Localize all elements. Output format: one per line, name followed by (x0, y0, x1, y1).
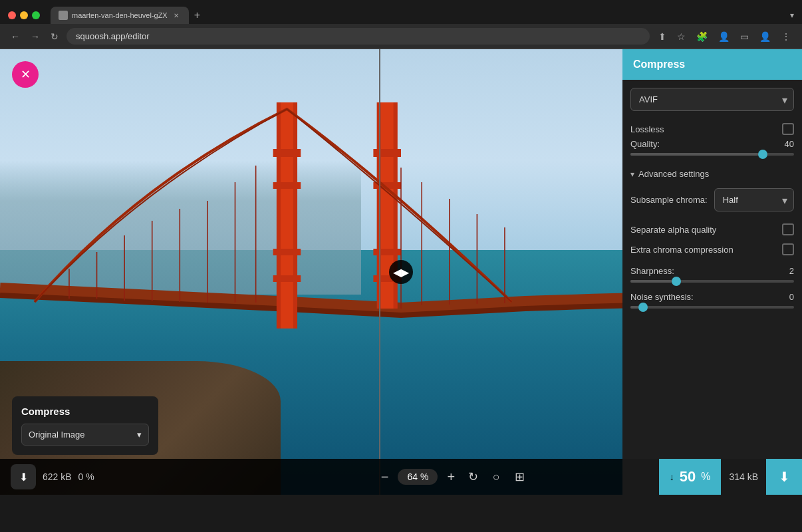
advanced-toggle-icon: ▾ (630, 170, 634, 179)
left-format-select[interactable]: Original Image ▾ (21, 424, 149, 446)
quality-value: 40 (785, 139, 794, 149)
traffic-lights (8, 11, 40, 19)
browser-actions: ⬆ ☆ 🧩 👤 ▭ 👤 ⋮ (655, 30, 794, 43)
quality-thumb (758, 150, 767, 159)
lossless-row: Lossless (630, 119, 794, 139)
back-button[interactable]: ← (8, 30, 23, 43)
sharpness-row: Sharpness: 2 (630, 266, 794, 283)
right-panel-header: Compress (622, 49, 802, 80)
download-compressed-button[interactable]: ⬇ (766, 459, 802, 495)
tab-title: maarten-van-den-heuvel-gZX (72, 11, 168, 19)
noise-thumb (638, 303, 648, 312)
sharpness-track[interactable] (630, 280, 794, 283)
compress-down-arrow: ↓ (670, 471, 674, 482)
subsample-label: Subsample chroma: (630, 195, 708, 205)
profile-button[interactable]: 👤 (715, 30, 733, 43)
left-panel-title: Compress (21, 406, 149, 417)
close-icon: ✕ (21, 67, 31, 82)
city-background (0, 161, 361, 295)
right-panel-title: Compress (633, 59, 685, 70)
extra-chroma-checkbox[interactable] (782, 243, 794, 255)
extra-chroma-row: Extra chroma compression (630, 239, 794, 259)
sharpness-value: 2 (789, 266, 794, 276)
noise-row: Noise synthesis: 0 (630, 292, 794, 309)
close-button[interactable]: ✕ (12, 61, 39, 88)
divider-handle[interactable]: ◀▶ (389, 260, 413, 284)
refresh-button[interactable]: ↻ (48, 30, 61, 43)
traffic-light-red[interactable] (8, 11, 16, 19)
share-button[interactable]: ⬆ (655, 30, 670, 43)
noise-header: Noise synthesis: 0 (630, 292, 794, 302)
quality-track[interactable] (630, 153, 794, 156)
forward-button[interactable]: → (28, 30, 43, 43)
tab-dropdown-button[interactable]: ▾ (790, 11, 794, 20)
compress-percent-sign: % (701, 471, 710, 483)
divider-icon: ◀▶ (393, 266, 409, 279)
file-percent-stat: 0 % (78, 471, 94, 482)
download-original-button[interactable]: ⬇ (11, 464, 36, 489)
subsample-select[interactable]: Default Half Off (714, 188, 794, 211)
download-compressed-icon: ⬇ (779, 469, 790, 485)
active-tab[interactable]: maarten-van-den-heuvel-gZX ✕ (51, 7, 189, 24)
zoom-in-button[interactable]: + (444, 467, 458, 487)
compress-percent: 50 (680, 468, 696, 485)
extensions-button[interactable]: 🧩 (693, 30, 711, 43)
traffic-light-yellow[interactable] (20, 11, 28, 19)
format-select[interactable]: AVIF (630, 88, 794, 111)
compress-size: 314 kB (721, 471, 766, 482)
noise-fill (630, 306, 638, 309)
traffic-light-green[interactable] (32, 11, 40, 19)
bookmark-button[interactable]: ☆ (674, 30, 689, 43)
noise-track[interactable] (630, 306, 794, 309)
account-button[interactable]: 👤 (756, 30, 774, 43)
format-select-wrapper: AVIF ▾ (630, 88, 794, 111)
quality-header: Quality: 40 (630, 139, 794, 149)
menu-button[interactable]: ⋮ (778, 30, 794, 43)
advanced-settings-label: Advanced settings (638, 169, 709, 179)
zoom-out-button[interactable]: − (378, 467, 392, 487)
zoom-display: 64 % (398, 469, 438, 485)
left-format-value: Original Image (29, 430, 85, 440)
file-size-stat: 622 kB (43, 471, 72, 482)
panel-content: AVIF ▾ Lossless Quality: 40 (622, 80, 802, 459)
title-bar: maarten-van-den-heuvel-gZX ✕ + ▾ (0, 0, 802, 24)
lossless-label: Lossless (630, 124, 664, 134)
tab-close-button[interactable]: ✕ (172, 11, 181, 20)
quality-fill (630, 153, 758, 156)
toolbar-left: ⬇ 622 kB 0 % (0, 464, 105, 489)
noise-label: Noise synthesis: (630, 292, 694, 302)
separate-alpha-label: Separate alpha quality (630, 225, 716, 235)
extra-chroma-label: Extra chroma compression (630, 245, 734, 255)
sharpness-fill (630, 280, 672, 283)
rotate-button[interactable]: ↻ (464, 467, 482, 487)
zoom-value: 64 (407, 471, 418, 482)
browser-chrome: maarten-van-den-heuvel-gZX ✕ + ▾ ← → ↻ ⬆… (0, 0, 802, 49)
right-compress-panel: Compress AVIF ▾ Lossless Quality: (622, 49, 802, 459)
noise-value: 0 (789, 292, 794, 302)
url-input[interactable] (67, 28, 650, 45)
tab-bar: maarten-van-den-heuvel-gZX ✕ + (51, 7, 785, 24)
subsample-row: Subsample chroma: Default Half Off ▾ (630, 188, 794, 211)
circle-tool-button[interactable]: ○ (489, 467, 504, 487)
format-row: AVIF ▾ (630, 88, 794, 111)
sharpness-header: Sharpness: 2 (630, 266, 794, 276)
compress-result[interactable]: ↓ 50 % (659, 459, 722, 495)
new-tab-button[interactable]: + (192, 7, 203, 24)
address-bar: ← → ↻ ⬆ ☆ 🧩 👤 ▭ 👤 ⋮ (0, 24, 802, 49)
editor: ◀▶ ✕ Compress Original Image ▾ ⬇ 622 kB … (0, 49, 802, 495)
left-format-arrow: ▾ (137, 430, 142, 440)
separate-alpha-checkbox[interactable] (782, 223, 794, 235)
lossless-checkbox[interactable] (782, 123, 794, 135)
subsample-select-wrapper: Default Half Off ▾ (714, 188, 794, 211)
split-view-button[interactable]: ▭ (737, 30, 752, 43)
quality-label: Quality: (630, 139, 660, 149)
tab-favicon (59, 11, 68, 20)
right-bottom-bar: ↓ 50 % 314 kB ⬇ (622, 459, 802, 495)
left-compress-panel: Compress Original Image ▾ (12, 396, 158, 455)
sharpness-thumb (672, 277, 681, 286)
divider-line (379, 49, 380, 495)
quality-row: Quality: 40 (630, 139, 794, 156)
zoom-unit: % (420, 471, 428, 482)
grid-button[interactable]: ⊞ (511, 467, 529, 487)
advanced-settings-toggle[interactable]: ▾ Advanced settings (630, 165, 794, 183)
